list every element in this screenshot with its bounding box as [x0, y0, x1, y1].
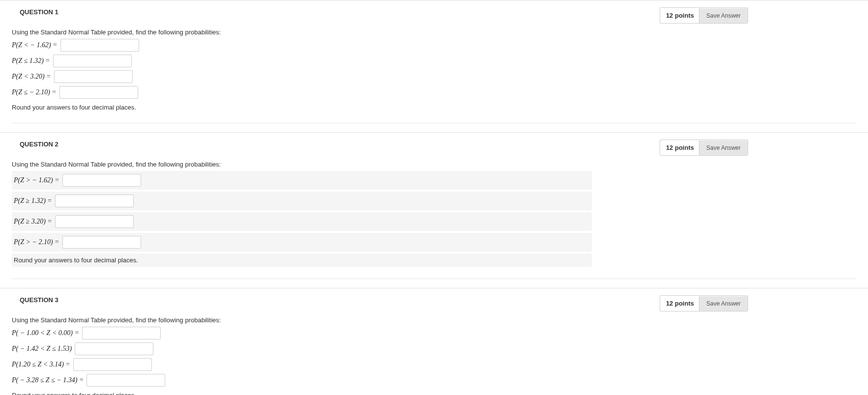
q3-expr-2: P( − 1.42 < Z ≤ 1.53) [12, 345, 72, 353]
question-3-title: QUESTION 3 [20, 295, 58, 304]
question-2-header: QUESTION 2 12 points Save Answer [0, 133, 868, 156]
question-2-body: Using the Standard Normal Table provided… [0, 156, 868, 288]
question-1-points: 12 points [660, 8, 699, 23]
question-2-points-box: 12 points Save Answer [660, 140, 748, 156]
save-answer-button-q3[interactable]: Save Answer [699, 296, 748, 311]
question-1-block: QUESTION 1 12 points Save Answer Using t… [0, 0, 868, 133]
q2-input-3[interactable] [55, 215, 134, 228]
question-3-header: QUESTION 3 12 points Save Answer [0, 288, 868, 311]
q1-input-1[interactable] [60, 39, 139, 52]
q2-row-1: P(Z > − 1.62) = [12, 171, 592, 190]
q3-input-3[interactable] [73, 358, 152, 371]
q2-expr-1: P(Z > − 1.62) = [14, 176, 59, 184]
q2-expr-2: P(Z ≥ 1.32) = [14, 197, 52, 205]
question-1-intro: Using the Standard Normal Table provided… [12, 28, 856, 36]
q3-input-1[interactable] [82, 327, 161, 339]
q3-input-2[interactable] [75, 342, 153, 355]
q2-expr-4: P(Z > − 2.10) = [14, 238, 59, 246]
question-1-title: QUESTION 1 [20, 7, 58, 16]
q2-expr-3: P(Z ≥ 3.20) = [14, 218, 52, 226]
q3-row-3: P(1.20 ≤ Z < 3.14) = [12, 358, 856, 371]
q1-row-3: P(Z < 3.20) = [12, 70, 856, 83]
q2-round-note: Round your answers to four decimal place… [12, 254, 592, 267]
q1-expr-2: P(Z ≤ 1.32) = [12, 57, 50, 65]
question-3-intro: Using the Standard Normal Table provided… [12, 316, 856, 324]
question-3-body: Using the Standard Normal Table provided… [0, 311, 868, 395]
question-2-intro: Using the Standard Normal Table provided… [12, 161, 856, 168]
q1-row-1: P(Z < − 1.62) = [12, 39, 856, 52]
q2-input-2[interactable] [55, 195, 134, 207]
question-3-points: 12 points [660, 296, 699, 311]
q1-expr-3: P(Z < 3.20) = [12, 73, 51, 81]
q2-input-1[interactable] [62, 174, 141, 187]
q1-input-4[interactable] [59, 86, 138, 99]
q3-expr-3: P(1.20 ≤ Z < 3.14) = [12, 361, 70, 368]
q1-expr-1: P(Z < − 1.62) = [12, 41, 58, 49]
save-answer-button-q2[interactable]: Save Answer [699, 141, 748, 155]
q3-row-2: P( − 1.42 < Z ≤ 1.53) [12, 342, 856, 355]
question-2-block: QUESTION 2 12 points Save Answer Using t… [0, 133, 868, 288]
q3-input-4[interactable] [87, 374, 165, 387]
q3-row-1: P( − 1.00 < Z < 0.00) = [12, 327, 856, 339]
q1-input-3[interactable] [54, 70, 133, 83]
question-1-body: Using the Standard Normal Table provided… [0, 24, 868, 132]
q2-input-4[interactable] [62, 236, 141, 249]
q2-row-3: P(Z ≥ 3.20) = [12, 212, 592, 231]
save-answer-button-q1[interactable]: Save Answer [699, 8, 748, 23]
question-3-points-box: 12 points Save Answer [660, 295, 748, 311]
q2-row-4: P(Z > − 2.10) = [12, 233, 592, 252]
q2-row-2: P(Z ≥ 1.32) = [12, 192, 592, 210]
q1-inner-divider [12, 123, 856, 123]
q3-expr-4: P( − 3.28 ≤ Z ≤ − 1.34) = [12, 376, 84, 384]
q1-input-2[interactable] [53, 55, 132, 67]
q3-round-note: Round your answers to four decimal place… [12, 392, 856, 395]
question-3-block: QUESTION 3 12 points Save Answer Using t… [0, 288, 868, 395]
question-2-title: QUESTION 2 [20, 140, 58, 148]
q3-row-4: P( − 3.28 ≤ Z ≤ − 1.34) = [12, 374, 856, 387]
question-1-points-box: 12 points Save Answer [660, 7, 748, 24]
q1-expr-4: P(Z ≤ − 2.10) = [12, 88, 57, 96]
q2-inner-divider [12, 279, 856, 279]
question-2-points: 12 points [660, 140, 699, 155]
q3-expr-1: P( − 1.00 < Z < 0.00) = [12, 329, 79, 337]
q1-round-note: Round your answers to four decimal place… [12, 104, 856, 111]
question-1-header: QUESTION 1 12 points Save Answer [0, 0, 868, 24]
q1-row-4: P(Z ≤ − 2.10) = [12, 86, 856, 99]
q1-row-2: P(Z ≤ 1.32) = [12, 55, 856, 67]
